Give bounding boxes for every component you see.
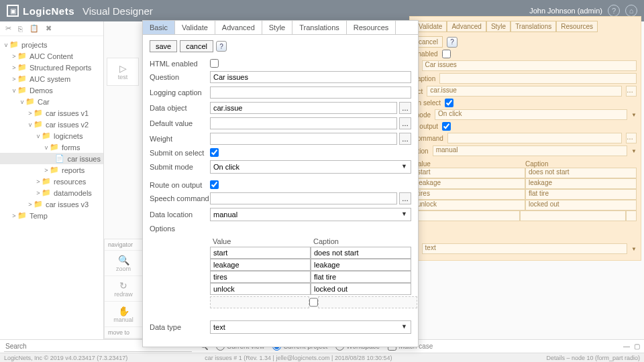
bg-help-icon[interactable]: ? [447,37,458,48]
tab-resources[interactable]: Resources [347,21,396,34]
option-caption[interactable] [311,247,411,259]
redraw-button[interactable]: ↻redraw [105,276,142,302]
tree-item[interactable]: >📁car issues v3 [0,198,103,210]
weight-browse[interactable]: … [399,133,411,145]
submit-mode-select[interactable] [210,160,411,174]
bg-check[interactable] [442,50,451,58]
dataobject-input[interactable] [210,102,397,114]
option-row[interactable] [210,283,411,295]
speech-browse[interactable]: … [399,192,411,204]
minimize-icon[interactable]: — [623,343,630,350]
bg-tab[interactable]: Translations [511,21,556,32]
bg-tab[interactable]: Advanced [447,21,486,32]
option-row[interactable] [210,259,411,271]
bg-tab[interactable]: Validate [414,21,447,32]
background-editor: Validate Advanced Style Translations Res… [409,16,641,261]
tree-item[interactable]: v📁car issues v2 [0,119,103,130]
option-value[interactable] [210,271,311,283]
bg-tab[interactable]: Style [486,21,511,32]
modal-tabs: Basic Validate Advanced Style Translatio… [143,21,418,35]
options-table: ValueCaption [210,236,411,308]
dataloc-select[interactable] [210,208,411,221]
question-input[interactable] [210,71,411,83]
tree-item[interactable]: >📁resources [0,176,103,187]
bg-check[interactable] [445,99,453,107]
option-value[interactable] [210,283,311,295]
user-label: John Johnson (admin) [529,7,602,15]
help-icon[interactable]: ? [216,41,227,52]
dots-icon[interactable]: … [626,133,637,143]
label-html: HTML enabled [150,60,210,68]
logo: ▣ LogicNets Visual Designer [7,5,153,17]
options-header-value: Value [210,236,311,247]
save-button[interactable]: save [150,40,177,52]
status-center: car issues # 1 (Rev. 1.34 | jelle@logicn… [205,355,392,361]
html-enabled-checkbox[interactable] [210,59,219,68]
tree-item[interactable]: v📁Car [0,96,103,107]
label-dataloc: Data location [150,210,210,219]
label-question: Question [150,73,210,81]
option-new-value[interactable] [210,296,309,308]
dataobject-browse[interactable]: … [399,102,411,114]
default-browse[interactable]: … [399,117,411,129]
tree-item[interactable]: >📁datamodels [0,187,103,198]
weight-input[interactable] [210,133,397,145]
tab-translations[interactable]: Translations [292,21,347,34]
route-checkbox[interactable] [210,180,219,189]
tree-item[interactable]: v📁Demos [0,84,103,96]
option-new-caption[interactable] [318,296,417,308]
tree-item[interactable]: >📁car issues v1 [0,107,103,119]
label-submit-mode: Submit mode [150,163,210,171]
option-caption[interactable] [311,283,411,295]
label-logging: Logging caption [150,88,210,97]
cancel-button[interactable]: cancel [180,40,213,52]
tree-item[interactable]: >📁reports [0,164,103,176]
scissors-icon[interactable]: ✂ [5,24,11,33]
tab-style[interactable]: Style [262,21,292,34]
submit-select-checkbox[interactable] [210,148,219,157]
default-input[interactable] [210,117,397,129]
tree-root[interactable]: v📁projects [0,39,103,50]
label-speech: Speech command [150,194,210,202]
brand-text: LogicNets [23,5,74,17]
status-right: Details – node 10 (form_part radio) [546,355,640,361]
manual-button[interactable]: ✋manual [105,302,142,327]
bg-tab[interactable]: Resources [556,21,598,32]
editor-modal: Basic Validate Advanced Style Translatio… [142,20,419,347]
tab-validate[interactable]: Validate [175,21,215,34]
option-caption[interactable] [311,259,411,271]
tree-item[interactable]: >📁AUC Content [0,50,103,62]
tree-item[interactable]: v📁logicnets [0,130,103,141]
option-value[interactable] [210,259,311,271]
moveto-label: move to [105,327,142,339]
options-header-caption: Caption [311,236,411,247]
dots-icon[interactable]: … [626,86,637,97]
sidebar-toolbar: ✂ ⎘ 📋 ✖ [0,21,103,36]
zoom-button[interactable]: 🔍zoom [105,251,142,276]
option-row[interactable] [210,247,411,259]
home-icon[interactable]: ⌂ [625,5,637,17]
test-button[interactable]: ▷ test [107,58,139,86]
paste-icon[interactable]: 📋 [30,24,39,33]
tab-advanced[interactable]: Advanced [215,21,262,34]
option-new-check[interactable] [309,296,318,308]
tree-item[interactable]: >📁Structured Reports [0,62,103,73]
navigator-label: navigator [105,239,142,251]
speech-input[interactable] [210,192,397,204]
copy-icon[interactable]: ⎘ [18,25,23,33]
tree-item[interactable]: 📄car issues [0,153,103,164]
tree-item[interactable]: v📁forms [0,141,103,153]
delete-icon[interactable]: ✖ [46,24,52,33]
tree-item[interactable]: >📁Temp [0,210,103,221]
logging-input[interactable] [210,86,411,99]
option-row[interactable] [210,271,411,283]
tab-basic[interactable]: Basic [143,21,175,34]
datatype-select[interactable] [210,320,411,334]
help-icon[interactable]: ? [608,5,620,17]
option-value[interactable] [210,247,311,259]
bg-check[interactable] [442,122,451,131]
tree-item[interactable]: >📁AUC system [0,73,103,84]
maximize-icon[interactable]: ▢ [634,343,640,350]
project-tree[interactable]: v📁projects >📁AUC Content>📁Structured Rep… [0,36,103,339]
option-caption[interactable] [311,271,411,283]
